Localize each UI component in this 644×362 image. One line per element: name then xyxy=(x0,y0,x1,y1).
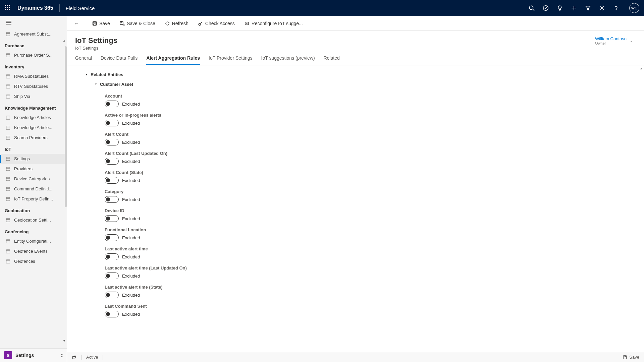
refresh-button[interactable]: Refresh xyxy=(161,19,193,28)
sidebar-item-label: Ship Via xyxy=(14,94,30,99)
hamburger-button[interactable] xyxy=(0,16,67,29)
svg-rect-8 xyxy=(6,33,10,36)
sidebar-item[interactable]: RTV Substatuses xyxy=(0,81,67,92)
toggle-switch[interactable] xyxy=(105,158,119,165)
field-row: Device IDExcluded xyxy=(105,208,419,222)
sidebar-item[interactable]: Geofences xyxy=(0,256,67,266)
tab[interactable]: IoT suggestions (preview) xyxy=(261,55,315,65)
svg-rect-16 xyxy=(6,95,10,98)
field-label: Last Command Sent xyxy=(105,304,419,309)
field-row: AccountExcluded xyxy=(105,94,419,107)
owner-name[interactable]: William Contoso xyxy=(595,36,627,41)
statusbar-save-label: Save xyxy=(629,355,639,360)
sidebar-item[interactable]: Knowledge Articles xyxy=(0,113,67,123)
area-switcher[interactable]: S Settings ▴▾ xyxy=(0,348,67,362)
sidebar-item[interactable]: Geofence Events xyxy=(0,246,67,256)
tab[interactable]: Alert Aggregation Rules xyxy=(146,55,200,65)
toggle-switch[interactable] xyxy=(105,311,119,317)
toggle-switch[interactable] xyxy=(105,120,119,126)
nav-item-icon xyxy=(5,259,11,264)
sidebar-item[interactable]: Geolocation Setti... xyxy=(0,215,67,225)
owner-role: Owner xyxy=(595,41,627,45)
save-button[interactable]: Save xyxy=(88,19,114,28)
field-label: Category xyxy=(105,189,419,194)
sidebar-item[interactable]: Knowledge Article... xyxy=(0,123,67,133)
app-launcher-icon[interactable] xyxy=(5,5,11,11)
toggle-state-label: Excluded xyxy=(122,254,140,259)
sidebar-section-header: Purchase xyxy=(0,39,67,50)
nav-item-icon xyxy=(5,125,11,130)
sidebar-item-label: Search Providers xyxy=(14,135,48,140)
svg-rect-22 xyxy=(6,136,10,139)
reconfigure-button[interactable]: Reconfigure IoT sugge... xyxy=(240,19,307,28)
toggle-switch[interactable] xyxy=(105,101,119,107)
search-icon[interactable] xyxy=(529,5,535,11)
save-label: Save xyxy=(99,21,110,26)
statusbar-save-button[interactable]: Save xyxy=(623,355,639,360)
sidebar-scrollbar-thumb[interactable] xyxy=(65,46,67,207)
save-close-button[interactable]: Save & Close xyxy=(115,19,159,28)
sidebar-item[interactable]: Agreement Subst... xyxy=(0,29,67,39)
page-subtitle: IoT Settings xyxy=(75,46,117,51)
gear-icon[interactable] xyxy=(599,5,605,11)
sidebar-item[interactable]: RMA Substatuses xyxy=(0,71,67,81)
svg-rect-24 xyxy=(6,157,10,161)
tab[interactable]: General xyxy=(75,55,92,65)
sidebar-item[interactable]: Purchase Order S... xyxy=(0,50,67,60)
svg-point-2 xyxy=(543,6,548,11)
sidebar-item-label: RTV Substatuses xyxy=(14,84,48,89)
field-label: Alert Count (Last Updated On) xyxy=(105,151,419,156)
toggle-switch[interactable] xyxy=(105,196,119,203)
sidebar-item[interactable]: Search Providers xyxy=(0,133,67,143)
toggle-switch[interactable] xyxy=(105,177,119,184)
toggle-switch[interactable] xyxy=(105,215,119,222)
toggle-switch[interactable] xyxy=(105,273,119,279)
svg-point-7 xyxy=(616,9,616,10)
svg-rect-20 xyxy=(6,126,10,129)
check-access-label: Check Access xyxy=(205,21,235,26)
back-button[interactable]: ← xyxy=(70,18,82,28)
sidebar-item[interactable]: Providers xyxy=(0,164,67,174)
toggle-switch[interactable] xyxy=(105,253,119,260)
toggle-switch[interactable] xyxy=(105,234,119,241)
nav-item-icon xyxy=(5,156,11,162)
svg-rect-34 xyxy=(6,219,10,222)
filter-icon[interactable] xyxy=(585,5,591,11)
sidebar-item[interactable]: Command Definiti... xyxy=(0,184,67,194)
chevron-updown-icon: ▴▾ xyxy=(61,353,63,358)
popout-icon[interactable] xyxy=(72,355,76,360)
add-icon[interactable] xyxy=(571,5,577,11)
toggle-switch[interactable] xyxy=(105,139,119,145)
field-label: Account xyxy=(105,94,419,99)
task-icon[interactable] xyxy=(543,5,549,11)
toggle-switch[interactable] xyxy=(105,292,119,298)
group-related-entities[interactable]: ▼ Related Entities xyxy=(85,71,419,78)
sidebar-item-label: Command Definiti... xyxy=(14,186,52,191)
nav-item-icon xyxy=(5,249,11,254)
lightbulb-icon[interactable] xyxy=(557,5,563,11)
nav-item-icon xyxy=(5,176,11,182)
chevron-down-icon[interactable]: ⌄ xyxy=(630,39,633,43)
status-divider xyxy=(81,355,82,360)
subgroup-customer-asset[interactable]: ▼ Customer Asset xyxy=(95,78,419,88)
help-icon[interactable] xyxy=(613,5,619,11)
field-row: Alert Count (State)Excluded xyxy=(105,170,419,184)
content-scroll-up-icon[interactable]: ▲ xyxy=(640,67,643,70)
reconfigure-icon xyxy=(244,21,250,26)
sidebar-item[interactable]: Device Categories xyxy=(0,174,67,184)
avatar[interactable]: WC xyxy=(629,3,639,13)
check-access-button[interactable]: Check Access xyxy=(194,19,239,28)
nav-item-icon xyxy=(5,196,11,202)
tab[interactable]: IoT Provider Settings xyxy=(209,55,252,65)
sidebar-item[interactable]: Settings xyxy=(0,154,67,164)
toggle-state-label: Excluded xyxy=(122,197,140,202)
nav-item-icon xyxy=(5,53,11,58)
toggle-state-label: Excluded xyxy=(122,159,140,164)
field-row: Last Command SentExcluded xyxy=(105,304,419,317)
sidebar-item[interactable]: Entity Configurati... xyxy=(0,236,67,246)
tab[interactable]: Related xyxy=(324,55,340,65)
sidebar-item[interactable]: IoT Property Defin... xyxy=(0,194,67,204)
sidebar-item[interactable]: Ship Via xyxy=(0,92,67,102)
nav-scroll-up-icon[interactable]: ▲ xyxy=(63,39,66,42)
tab[interactable]: Device Data Pulls xyxy=(101,55,138,65)
